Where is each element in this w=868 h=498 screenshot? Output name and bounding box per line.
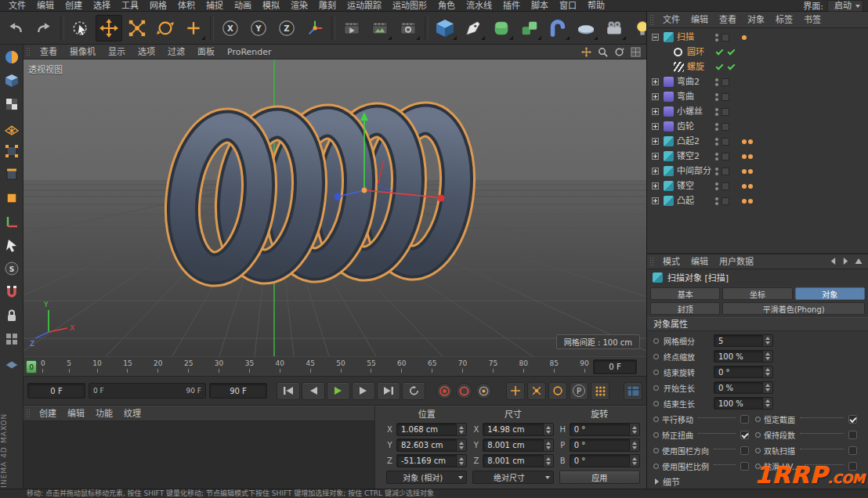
menubar-item[interactable]: 流水线: [461, 0, 497, 12]
deformer-button[interactable]: [544, 15, 571, 42]
object-tree-item[interactable]: 弯曲: [647, 89, 868, 104]
object-tree-item[interactable]: 齿轮: [647, 119, 868, 134]
object-label[interactable]: 中间部分: [677, 164, 711, 179]
live-selection-button[interactable]: [67, 15, 94, 42]
object-tree-item[interactable]: 凸起: [647, 193, 868, 208]
timeline-tick[interactable]: 70: [458, 359, 467, 376]
attribute-tab[interactable]: 对象: [795, 287, 865, 300]
checkbox[interactable]: [848, 446, 857, 455]
menubar-item[interactable]: 窗口: [554, 0, 582, 12]
timeline-tick[interactable]: 80: [519, 359, 528, 376]
stepper-icon[interactable]: [762, 398, 772, 409]
enable-toggle-icon[interactable]: [722, 93, 729, 101]
lock-workplane-button[interactable]: [2, 305, 22, 326]
expand-icon[interactable]: [652, 153, 659, 160]
coordinate-mode-dropdown[interactable]: 绝对尺寸: [472, 471, 553, 484]
panel-grip-icon[interactable]: [649, 257, 655, 266]
animation-dot-icon[interactable]: [755, 417, 761, 422]
axis-x-lock-button[interactable]: X: [217, 15, 244, 42]
gizmo-z-handle-icon[interactable]: [335, 193, 342, 200]
object-label[interactable]: 镂空2: [677, 149, 700, 164]
render-picture-viewer-button[interactable]: [367, 15, 393, 42]
bend-object-icon[interactable]: [664, 92, 674, 102]
stepper-icon[interactable]: [629, 439, 639, 451]
zoom-view-icon[interactable]: [597, 46, 609, 58]
enable-toggle-icon[interactable]: [722, 138, 729, 146]
bend-object-icon[interactable]: [664, 106, 674, 117]
check-icon[interactable]: [727, 48, 736, 56]
menubar-item[interactable]: 动画: [229, 0, 257, 12]
coordinate-mode-dropdown[interactable]: 对象 (相对): [386, 471, 467, 484]
sweep-object-icon[interactable]: [664, 181, 674, 191]
expand-icon[interactable]: [652, 197, 659, 204]
sweep-object-icon[interactable]: [664, 32, 674, 42]
next-frame-button[interactable]: [352, 382, 375, 400]
attribute-menu-item[interactable]: 模式: [657, 254, 685, 270]
stepper-icon[interactable]: [762, 382, 772, 393]
primitive-cube-button[interactable]: [432, 15, 458, 42]
menubar-item[interactable]: 渲染: [285, 0, 313, 12]
expand-icon[interactable]: [652, 182, 659, 189]
animation-dot-icon[interactable]: [653, 385, 659, 391]
history-back-icon[interactable]: [830, 257, 837, 267]
material-menu-item[interactable]: 创建: [34, 406, 62, 422]
object-tree-item[interactable]: 弯曲2: [647, 74, 868, 89]
visibility-dots-icon[interactable]: [715, 153, 718, 161]
render-view-button[interactable]: [338, 15, 365, 42]
check-icon[interactable]: [727, 63, 736, 71]
animation-dot-icon[interactable]: [653, 464, 659, 469]
timeline-ruler[interactable]: 0 051015202530354045505560657075808590 0…: [24, 356, 646, 377]
subdivision-surface-button[interactable]: [488, 15, 515, 42]
menubar-item[interactable]: 运动图形: [387, 0, 432, 12]
object-tree-item[interactable]: 镂空: [647, 179, 868, 193]
visibility-dots-icon[interactable]: [715, 197, 718, 205]
timeline-tick[interactable]: 65: [428, 359, 436, 376]
menubar-item[interactable]: 模拟: [257, 0, 285, 12]
menubar-item[interactable]: 帮助: [582, 0, 610, 12]
object-label[interactable]: 弯曲: [677, 89, 694, 104]
array-generator-button[interactable]: [516, 15, 543, 42]
view-name-label[interactable]: 透视视图: [28, 63, 63, 75]
timeline-tick[interactable]: 85: [549, 359, 558, 376]
orange-dot-icon[interactable]: [742, 154, 747, 159]
helix-object-icon[interactable]: [674, 62, 684, 72]
keyframe-presets-button[interactable]: [591, 382, 609, 400]
coordinate-input[interactable]: 0 °: [570, 454, 640, 467]
visibility-dots-icon[interactable]: [715, 34, 718, 42]
camera-button[interactable]: [601, 15, 627, 42]
expand-icon[interactable]: [652, 93, 659, 100]
preview-range-slider[interactable]: 0 F90 F: [89, 383, 206, 399]
stepper-icon[interactable]: [456, 455, 466, 467]
material-menu-item[interactable]: 编辑: [62, 406, 90, 422]
coordinate-input[interactable]: -51.169 cm: [396, 454, 467, 467]
checkbox[interactable]: [848, 415, 857, 424]
timeline-tick[interactable]: 15: [123, 359, 132, 376]
menubar-item[interactable]: 体积: [172, 0, 201, 12]
menubar-item[interactable]: 工具: [116, 0, 144, 12]
enable-toggle-icon[interactable]: [722, 182, 729, 190]
object-label[interactable]: 凸起: [677, 193, 694, 208]
enable-axis-button[interactable]: [2, 211, 22, 232]
viewport-menu-item[interactable]: 查看: [34, 45, 63, 60]
field-input[interactable]: 0 °: [714, 366, 773, 378]
scale-tool-button[interactable]: [124, 15, 150, 42]
range-start-field[interactable]: 0 F: [27, 383, 85, 399]
animation-dot-icon[interactable]: [653, 338, 659, 344]
checkbox[interactable]: [848, 431, 857, 439]
object-label[interactable]: 扫描: [677, 30, 694, 45]
collapse-icon[interactable]: [652, 34, 659, 41]
object-tree-item[interactable]: 小螺丝: [647, 104, 868, 119]
enable-snap-button[interactable]: [2, 282, 22, 302]
axis-y-lock-button[interactable]: Y: [245, 15, 272, 42]
attribute-section-header[interactable]: 对象属性: [647, 317, 868, 331]
goto-end-button[interactable]: [377, 382, 400, 400]
sweep-object-icon[interactable]: [664, 166, 674, 176]
checkbox[interactable]: [740, 446, 749, 455]
check-icon[interactable]: [715, 48, 724, 56]
panel-grip-icon[interactable]: [26, 47, 31, 56]
quantize-grid-button[interactable]: [2, 329, 22, 349]
rotate-tool-button[interactable]: [152, 15, 179, 42]
timeline-panel-button[interactable]: [624, 382, 642, 400]
visibility-dots-icon[interactable]: [715, 78, 718, 86]
attribute-tab[interactable]: 封顶: [650, 302, 720, 315]
